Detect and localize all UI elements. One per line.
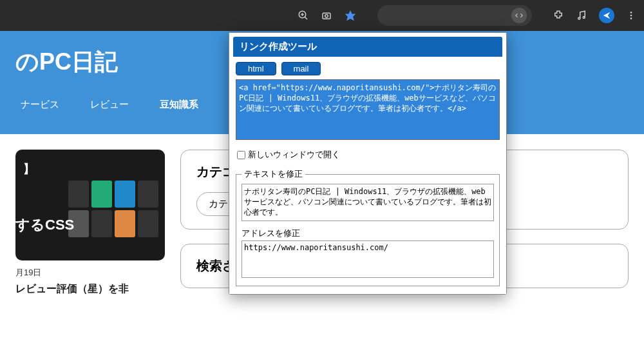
svg-point-5	[325, 15, 328, 18]
svg-point-10	[630, 15, 632, 17]
text-edit-textarea[interactable]	[242, 184, 494, 221]
new-window-row: 新しいウィンドウで開く	[231, 146, 505, 166]
camera-icon[interactable]	[321, 10, 332, 21]
nav-item-review[interactable]: レビュー	[90, 99, 129, 111]
nav-item-tips[interactable]: 豆知識系	[160, 99, 198, 111]
svg-marker-6	[345, 10, 356, 21]
url-edit-textarea[interactable]	[242, 240, 494, 278]
nav-item-service[interactable]: ナービス	[21, 99, 59, 111]
popup-title: リンク作成ツール	[233, 37, 502, 57]
zoom-icon[interactable]	[298, 10, 309, 21]
html-output-textarea[interactable]	[236, 79, 500, 140]
svg-point-8	[583, 17, 585, 19]
link-creator-popup: リンク作成ツール html mail 新しいウィンドウで開く テキストを修正 ア…	[229, 32, 507, 295]
tab-html[interactable]: html	[236, 62, 276, 75]
svg-point-9	[630, 12, 632, 14]
toolbar-action-group	[298, 9, 357, 22]
thumb-css-label: するCSS	[15, 215, 74, 235]
post-thumbnail: 】 するCSS	[15, 150, 165, 260]
thumb-top-label: 】	[23, 161, 35, 177]
post-card[interactable]: 】 するCSS 月19日 レビュー評価（星）を非	[15, 150, 165, 296]
svg-point-7	[578, 17, 580, 19]
profile-icon[interactable]	[599, 8, 614, 23]
browser-toolbar	[0, 0, 644, 31]
svg-rect-4	[323, 13, 330, 19]
new-window-label: 新しいウィンドウで開く	[248, 149, 340, 161]
post-date: 月19日	[15, 267, 165, 279]
toolbar-right-group	[553, 8, 636, 23]
new-window-checkbox[interactable]	[237, 151, 245, 159]
star-icon[interactable]	[344, 9, 357, 22]
tab-mail[interactable]: mail	[281, 62, 321, 75]
menu-icon[interactable]	[626, 10, 636, 21]
music-icon[interactable]	[576, 10, 587, 21]
address-bar[interactable]	[377, 5, 532, 26]
svg-point-11	[630, 17, 632, 19]
text-legend: テキストを修正	[242, 168, 305, 180]
code-ext-icon[interactable]	[511, 8, 527, 23]
post-title: レビュー評価（星）を非	[15, 282, 165, 296]
url-label: アドレスを修正	[242, 228, 494, 239]
svg-line-1	[305, 17, 307, 19]
popup-tabs: html mail	[231, 59, 505, 78]
extensions-icon[interactable]	[553, 10, 564, 21]
edit-fieldset: テキストを修正 アドレスを修正	[236, 168, 500, 286]
html-output-wrap	[236, 79, 500, 142]
thumb-mosaic	[68, 181, 158, 237]
